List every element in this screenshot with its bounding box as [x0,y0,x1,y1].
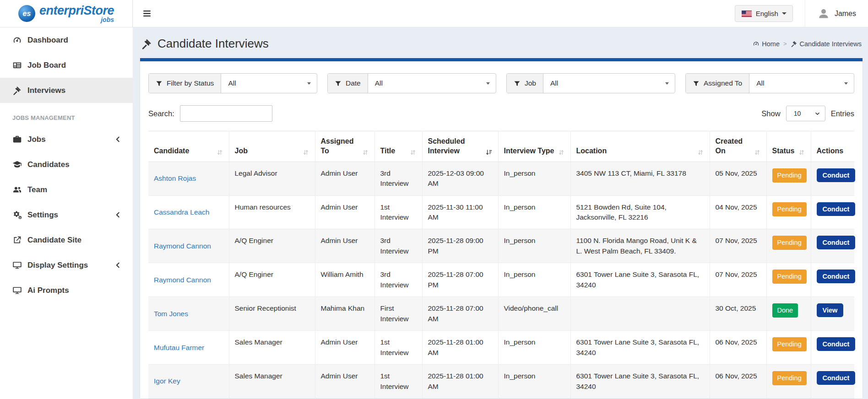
conduct-button[interactable]: Conduct [817,236,856,249]
cell-status: Pending [766,195,811,229]
column-label: Location [576,146,607,156]
chevron-left-icon [113,135,123,144]
sidebar-item-label: Display Settings [27,261,88,270]
cell-assigned-to: William Amith [315,263,374,297]
cell-candidate: Ashton Rojas [148,162,229,195]
language-dropdown[interactable]: English [735,5,793,22]
column-header-job[interactable]: Job [229,131,315,162]
breadcrumb-home-link[interactable]: Home [753,40,780,48]
candidate-link[interactable]: Igor Key [154,377,180,385]
cell-status: Pending [766,263,811,297]
sidebar-item-label: Job Board [27,61,66,70]
sidebar-item-settings[interactable]: Settings [0,202,133,227]
candidate-link[interactable]: Mufutau Farmer [154,344,204,351]
sort-icon[interactable] [798,149,805,156]
cell-candidate: Cassandra Leach [148,195,229,229]
funnel-icon [514,80,521,87]
sidebar-item-jobs[interactable]: Jobs [0,127,133,152]
sort-icon[interactable] [302,149,309,156]
entries-select[interactable]: 10 [786,106,825,121]
column-header-candidate[interactable]: Candidate [148,131,229,162]
user-menu[interactable]: James [805,0,868,27]
cell-candidate: Igor Key [148,365,229,399]
sidebar-item-label: Settings [27,210,58,220]
sort-icon[interactable] [697,149,704,156]
gavel-icon [141,38,152,49]
filter-select-job[interactable]: All [543,74,675,93]
sidebar-item-team[interactable]: Team [0,177,133,202]
sidebar-item-ai-prompts[interactable]: Ai Prompts [0,278,133,303]
sidebar-toggle-button[interactable] [141,9,153,18]
sidebar-item-candidates[interactable]: Candidates [0,152,133,177]
sort-icon[interactable] [558,149,565,156]
cell-created-on: 05 Nov, 2025 [710,162,766,195]
search-input[interactable] [180,105,272,122]
column-header-assigned-to[interactable]: Assigned To [315,131,374,162]
conduct-button[interactable]: Conduct [817,270,856,283]
candidate-link[interactable]: Ashton Rojas [154,174,196,182]
candidate-link[interactable]: Raymond Cannon [154,276,211,284]
status-badge: Pending [772,371,807,385]
app-logo[interactable]: es enterpriStore jobs [0,0,133,27]
cell-candidate: Raymond Cannon [148,263,229,297]
breadcrumb-current-label: Candidate Interviews [800,40,862,48]
column-header-title[interactable]: Title [374,131,422,162]
cell-assigned-to: Admin User [315,162,374,195]
sort-icon[interactable] [754,149,761,156]
column-header-location[interactable]: Location [570,131,710,162]
cell-job: Legal Advisor [229,162,315,195]
caret-down-icon [486,82,490,85]
cell-created-on: 04 Nov, 2025 [710,195,766,229]
candidate-link[interactable]: Cassandra Leach [154,208,210,216]
cell-title: 1st Interview [374,331,422,365]
cell-location: 6301 Tower Lane Suite 3, Sarasota FL, 34… [570,365,710,399]
sidebar-item-label: Interviews [27,86,65,95]
cell-job: Senior Receptionist [229,297,315,331]
conduct-button[interactable]: Conduct [817,202,856,216]
column-header-status[interactable]: Status [766,131,811,162]
column-label: Interview Type [504,146,554,156]
cell-assigned-to: Admin User [315,365,374,399]
candidate-link[interactable]: Raymond Cannon [154,242,211,250]
view-button[interactable]: View [817,303,844,317]
sidebar-item-candidate-site[interactable]: Candidate Site [0,227,133,253]
logo-text: enterpriStore jobs [39,5,114,23]
filter-select-status[interactable]: All [221,74,317,93]
cell-scheduled-interview: 2025-11-28 07:00 AM [422,297,498,331]
conduct-button[interactable]: Conduct [817,337,856,351]
filter-select-assigned-to[interactable]: All [749,74,854,93]
cell-interview-type: In_person [498,229,570,263]
column-header-created-on[interactable]: Created On [710,131,766,162]
column-header-actions: Actions [811,131,854,162]
status-badge: Pending [772,337,807,351]
candidate-link[interactable]: Tom Jones [154,310,188,318]
conduct-button[interactable]: Conduct [817,168,856,182]
sort-icon[interactable] [409,149,417,156]
filter-group-status: Filter by StatusAll [148,73,317,93]
sidebar-item-job-board[interactable]: Job Board [0,53,133,78]
cell-interview-type: In_person [498,365,570,399]
chevron-left-icon [113,260,123,270]
column-header-scheduled-interview[interactable]: Scheduled Interview [422,131,498,162]
sidebar-item-interviews[interactable]: Interviews [0,78,133,103]
filter-select-date[interactable]: All [368,74,496,93]
graduation-cap-icon [12,160,22,169]
sort-active-icon[interactable] [485,149,493,156]
sidebar-item-dashboard[interactable]: Dashboard [0,27,133,53]
cell-created-on: 06 Nov, 2025 [710,331,766,365]
conduct-button[interactable]: Conduct [817,371,856,385]
sidebar-item-display-settings[interactable]: Display Settings [0,253,133,278]
caret-down-icon [665,82,669,85]
cell-candidate: Tom Jones [148,297,229,331]
sort-icon[interactable] [216,149,223,156]
column-label: Status [772,146,795,156]
cell-status: Pending [766,331,811,365]
cell-assigned-to: Admin User [315,331,374,365]
cell-title: 1st Interview [374,365,422,399]
cell-actions: Conduct [811,229,854,263]
cell-scheduled-interview: 2025-11-28 01:00 AM [422,365,498,399]
interview-row: Tom JonesSenior ReceptionistMahima KhanF… [148,297,854,331]
column-header-interview-type[interactable]: Interview Type [498,131,570,162]
sort-icon[interactable] [362,149,369,156]
sidebar-item-label: Jobs [27,135,46,144]
